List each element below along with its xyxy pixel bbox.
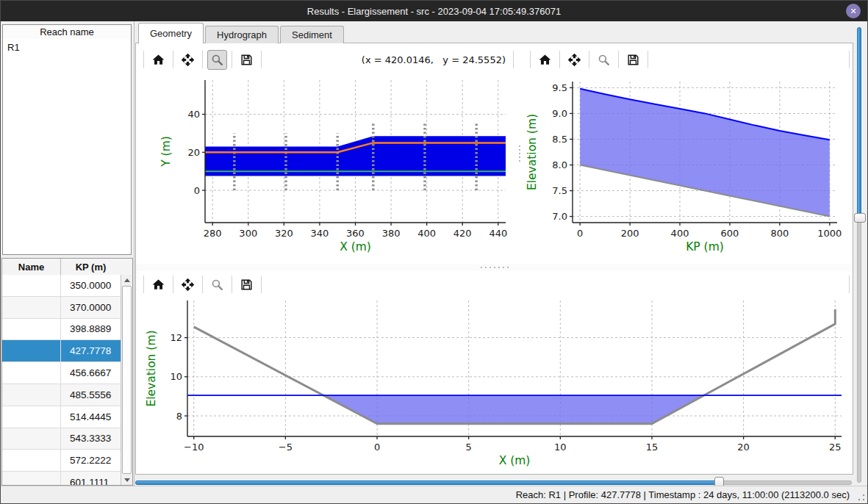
horizontal-splitter[interactable] — [136, 264, 853, 271]
cross-section-chart[interactable]: −10−5051015202581012X (m)Elevation (m) — [140, 296, 850, 469]
table-row[interactable]: 572.2222 — [2, 450, 121, 472]
tab-hydrograph[interactable]: Hydrograph — [205, 26, 279, 43]
home-icon — [538, 53, 552, 67]
zoom-button[interactable] — [207, 275, 227, 295]
tab-bar: Geometry Hydrograph Sediment — [138, 23, 345, 43]
svg-text:−5: −5 — [279, 442, 293, 453]
reach-name-header: Reach name — [2, 24, 132, 40]
svg-text:300: 300 — [239, 228, 257, 239]
svg-text:7.0: 7.0 — [552, 211, 567, 222]
profile-slider-handle[interactable] — [854, 213, 866, 223]
magnifier-icon — [210, 53, 224, 67]
pan-button[interactable] — [564, 50, 584, 70]
svg-text:25: 25 — [829, 442, 842, 453]
long-profile-chart[interactable]: 020040060080010007.07.58.08.59.09.5KP (m… — [524, 76, 847, 259]
pan-icon — [567, 53, 581, 67]
save-icon — [240, 278, 254, 292]
table-row[interactable]: 370.0000 — [2, 297, 121, 319]
svg-text:420: 420 — [453, 228, 472, 239]
svg-text:8: 8 — [176, 411, 182, 422]
pan-icon — [181, 278, 195, 292]
save-button[interactable] — [623, 50, 643, 70]
home-button[interactable] — [148, 275, 168, 295]
home-icon — [151, 53, 165, 67]
time-slider-fill — [135, 480, 720, 485]
table-row[interactable]: 543.3333 — [2, 428, 121, 450]
svg-text:8.5: 8.5 — [552, 134, 567, 145]
column-header-name[interactable]: Name — [2, 259, 61, 275]
svg-text:20: 20 — [737, 442, 750, 453]
table-row[interactable]: 601.1111 — [2, 472, 121, 485]
status-bar: Reach: R1 | Profile: 427.7778 | Timestam… — [1, 486, 867, 503]
table-row[interactable]: 427.7778 — [2, 340, 121, 362]
home-button[interactable] — [148, 50, 168, 70]
svg-text:15: 15 — [646, 442, 659, 453]
cross-section-panel: −10−5051015202581012X (m)Elevation (m) — [136, 271, 853, 474]
profile-slider[interactable] — [854, 27, 866, 483]
cursor-coordinates: (x = 420.0146, y = 24.5552) — [362, 54, 506, 65]
save-button[interactable] — [237, 50, 257, 70]
svg-text:12: 12 — [170, 332, 182, 343]
svg-text:200: 200 — [621, 228, 639, 239]
sidebar: Reach name R1 Name KP (m) 350.0000370.00… — [1, 21, 134, 486]
main-area: Geometry Hydrograph Sediment — [134, 21, 855, 487]
svg-text:800: 800 — [770, 228, 789, 239]
vertical-splitter[interactable] — [517, 43, 523, 264]
column-header-kp[interactable]: KP (m) — [61, 259, 121, 275]
svg-text:440: 440 — [489, 228, 507, 239]
table-row[interactable]: 398.8889 — [2, 319, 121, 341]
window-title: Results - Elargissement - src - 2023-09-… — [307, 6, 561, 17]
resize-grip-icon[interactable] — [857, 493, 866, 502]
scroll-down-icon[interactable] — [121, 475, 132, 485]
plan-view-chart[interactable]: 28030032034036038040042044002040X (m)Y (… — [142, 76, 513, 259]
long-profile-panel: 020040060080010007.07.58.08.59.09.5KP (m… — [523, 43, 853, 264]
zoom-button[interactable] — [207, 50, 227, 70]
svg-text:8.0: 8.0 — [552, 159, 567, 170]
tab-geometry[interactable]: Geometry — [138, 23, 204, 43]
svg-text:KP (m): KP (m) — [686, 240, 724, 253]
reach-list[interactable]: R1 — [2, 39, 132, 255]
pan-button[interactable] — [178, 275, 198, 295]
plan-view-panel: (x = 420.0146, y = 24.5552) 280300320340… — [136, 43, 517, 264]
svg-text:Elevation (m): Elevation (m) — [145, 330, 158, 406]
home-icon — [151, 278, 165, 292]
profile-table: Name KP (m) 350.0000370.0000398.8889427.… — [1, 258, 133, 486]
tab-sediment[interactable]: Sediment — [280, 26, 344, 43]
svg-text:10: 10 — [170, 371, 182, 382]
close-button[interactable]: ✕ — [846, 4, 861, 18]
list-item[interactable]: R1 — [3, 39, 131, 56]
svg-text:Elevation (m): Elevation (m) — [526, 114, 539, 190]
svg-text:400: 400 — [671, 228, 689, 239]
pan-button[interactable] — [178, 50, 198, 70]
svg-text:9.5: 9.5 — [552, 82, 567, 93]
pan-icon — [181, 53, 195, 67]
svg-text:1000: 1000 — [817, 228, 842, 239]
table-row[interactable]: 485.5556 — [2, 384, 121, 406]
zoom-button[interactable] — [594, 50, 614, 70]
svg-text:9.0: 9.0 — [552, 108, 567, 119]
save-icon — [626, 53, 640, 67]
table-row[interactable]: 514.4445 — [2, 406, 121, 428]
profile-table-header: Name KP (m) — [2, 259, 132, 276]
svg-text:5: 5 — [466, 442, 472, 453]
svg-text:600: 600 — [721, 228, 739, 239]
section-toolbar — [140, 273, 853, 296]
save-icon — [240, 53, 254, 67]
magnifier-icon — [597, 53, 611, 67]
table-row[interactable]: 350.0000 — [2, 275, 121, 297]
svg-text:X (m): X (m) — [499, 454, 531, 467]
table-scrollbar[interactable] — [121, 275, 132, 485]
scroll-up-icon[interactable] — [121, 275, 132, 285]
scrollbar-thumb[interactable] — [122, 286, 132, 474]
status-text: Reach: R1 | Profile: 427.7778 | Timestam… — [516, 489, 850, 500]
svg-text:X (m): X (m) — [340, 240, 371, 253]
svg-text:280: 280 — [204, 228, 222, 239]
save-button[interactable] — [237, 275, 257, 295]
home-button[interactable] — [535, 50, 555, 70]
magnifier-icon — [210, 278, 224, 292]
table-row[interactable]: 456.6667 — [2, 362, 121, 384]
kp-table-body: 350.0000370.0000398.8889427.7778456.6667… — [2, 275, 121, 485]
titlebar: Results - Elargissement - src - 2023-09-… — [1, 1, 867, 21]
svg-text:40: 40 — [187, 109, 200, 120]
svg-text:320: 320 — [275, 228, 293, 239]
